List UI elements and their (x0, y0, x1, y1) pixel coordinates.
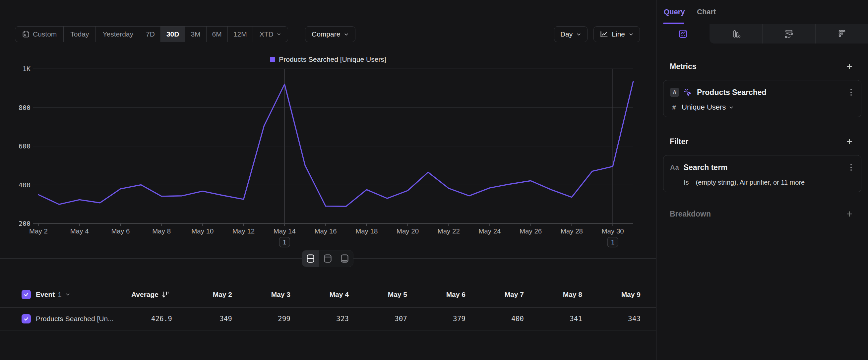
breakdown-heading: Breakdown (670, 210, 711, 219)
filter-operator[interactable]: Is (684, 179, 689, 186)
chevron-down-icon (729, 105, 734, 110)
range-3m-button[interactable]: 3M (185, 27, 206, 42)
filter-value[interactable]: (empty string), Air purifier, or 11 more (696, 179, 805, 186)
chart-type-button[interactable]: Line (593, 26, 640, 42)
row-label: Products Searched [Un... (36, 315, 114, 323)
range-6m-button[interactable]: 6M (207, 27, 228, 42)
flow-icon (783, 29, 794, 39)
range-custom-button[interactable]: Custom (15, 27, 64, 42)
date-column-header: May 2 (179, 282, 232, 307)
chevron-down-icon[interactable] (65, 292, 70, 297)
chart-tab-bar[interactable] (710, 24, 762, 44)
query-sidebar: Query Chart (656, 0, 868, 360)
date-column-value: 299 (232, 307, 290, 330)
metric-name: Products Searched (697, 88, 767, 97)
metric-menu-icon[interactable] (850, 89, 852, 95)
svg-text:400: 400 (19, 181, 31, 189)
range-today-button[interactable]: Today (64, 27, 96, 42)
date-column-value: 400 (465, 307, 524, 330)
select-all-checkbox[interactable] (22, 290, 31, 299)
interval-button[interactable]: Day (554, 26, 588, 42)
filter-card[interactable]: Aa Search term Is (empty string), Air pu… (663, 155, 861, 192)
active-tab-underline (663, 23, 684, 24)
range-label: 6M (212, 30, 222, 38)
add-metric-button[interactable]: + (844, 61, 855, 72)
layout-split-horizontal-button[interactable] (302, 250, 319, 267)
svg-text:May 4: May 4 (70, 227, 89, 235)
chevron-down-icon (576, 32, 581, 37)
compare-button[interactable]: Compare (305, 26, 355, 42)
table-row[interactable]: Products Searched [Un... 426.9 349299323… (0, 307, 656, 330)
date-column-header: May 6 (407, 282, 465, 307)
svg-text:May 26: May 26 (520, 227, 542, 235)
tab-chart[interactable]: Chart (697, 0, 716, 24)
layout-panel-bottom-button[interactable] (336, 250, 353, 267)
check-icon (23, 292, 29, 298)
metric-letter-badge: A (670, 88, 679, 97)
metric-card[interactable]: A Products Searched # Unique Users (663, 80, 861, 117)
range-label: XTD (259, 30, 274, 38)
svg-text:1K: 1K (23, 65, 31, 73)
column-divider (179, 282, 179, 330)
svg-text:May 8: May 8 (152, 227, 171, 235)
chart-tab-flow[interactable] (762, 24, 815, 44)
range-xtd-button[interactable]: XTD (253, 27, 288, 42)
data-line-series[interactable] (38, 81, 633, 206)
row-checkbox[interactable] (22, 314, 31, 324)
tab-query[interactable]: Query (664, 0, 685, 24)
panel-bottom-icon (341, 254, 349, 263)
chart-tab-more[interactable] (815, 24, 868, 44)
svg-text:1: 1 (611, 239, 614, 246)
svg-text:May 30: May 30 (601, 227, 624, 235)
svg-text:200: 200 (19, 220, 31, 227)
compare-label: Compare (312, 30, 340, 38)
split-horizontal-icon (306, 254, 315, 263)
measure-hash-icon: # (672, 103, 676, 111)
svg-text:May 24: May 24 (478, 227, 501, 235)
date-column-header: May 3 (232, 282, 290, 307)
chevron-down-icon (629, 32, 633, 37)
date-value-cells: 349299323307379400341343 (179, 307, 641, 330)
filter-menu-icon[interactable] (850, 164, 852, 171)
chevron-down-icon (277, 32, 281, 36)
range-yesterday-button[interactable]: Yesterday (96, 27, 140, 42)
chart-tab-line[interactable] (656, 24, 709, 44)
line-chart-icon (600, 31, 608, 38)
range-label: 12M (234, 30, 247, 38)
date-column-value: 341 (524, 307, 582, 330)
event-count: 1 (58, 290, 62, 299)
svg-text:May 6: May 6 (112, 227, 130, 235)
average-header: Average (99, 282, 158, 307)
interval-label: Day (560, 30, 572, 38)
results-table: Event 1 Average May 2May 3May 4May 5May … (0, 282, 656, 330)
range-12m-button[interactable]: 12M (228, 27, 253, 42)
bar-chart-icon (731, 29, 741, 39)
measure-selector[interactable]: Unique Users (682, 103, 726, 112)
line-chart[interactable]: 1K800600400200May 2May 4May 6May 8May 10… (0, 50, 656, 269)
event-row-cell: Products Searched [Un... (22, 307, 114, 330)
event-label: Event (36, 290, 55, 299)
range-label: Custom (33, 30, 57, 38)
range-label: 7D (146, 30, 155, 38)
range-30d-button[interactable]: 30D (161, 27, 185, 42)
range-label: 30D (166, 30, 179, 38)
calendar-icon (22, 30, 30, 38)
filter-property: Search term (684, 163, 728, 172)
add-breakdown-button[interactable]: + (844, 209, 855, 219)
svg-text:May 10: May 10 (191, 227, 214, 235)
date-column-value: 343 (582, 307, 641, 330)
date-column-value: 323 (290, 307, 349, 330)
range-7d-button[interactable]: 7D (140, 27, 161, 42)
svg-text:May 22: May 22 (438, 227, 460, 235)
chevron-down-icon (344, 32, 349, 37)
date-column-value: 307 (349, 307, 407, 330)
check-icon (23, 316, 29, 322)
more-charts-icon (837, 29, 846, 38)
sort-descending-icon[interactable] (161, 282, 170, 307)
chart-type-tabs (656, 24, 868, 44)
svg-text:May 12: May 12 (232, 227, 255, 235)
range-label: 3M (191, 30, 200, 38)
layout-header-top-button[interactable] (319, 250, 337, 267)
event-pointer-icon (683, 88, 692, 97)
add-filter-button[interactable]: + (844, 137, 855, 147)
